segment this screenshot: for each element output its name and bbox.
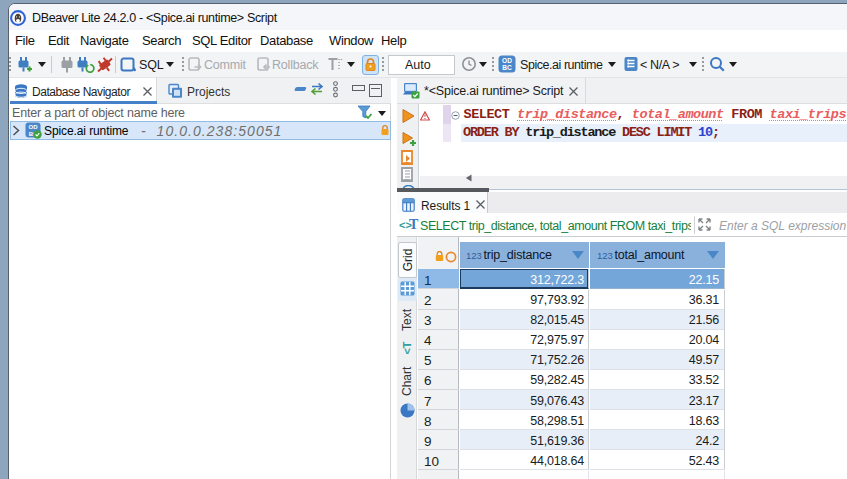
svg-text:OD: OD bbox=[502, 57, 512, 64]
svg-text:BC: BC bbox=[502, 64, 512, 71]
svg-text:OD: OD bbox=[29, 124, 39, 130]
